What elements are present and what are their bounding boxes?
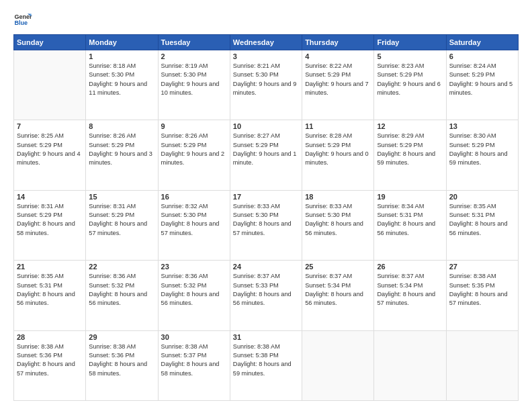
day-number: 10 (233, 122, 299, 130)
day-info: Sunrise: 8:30 AM Sunset: 5:29 PM Dayligh… (449, 132, 515, 167)
calendar-cell: 16 Sunrise: 8:32 AM Sunset: 5:30 PM Dayl… (158, 190, 230, 260)
calendar-week-row: 1 Sunrise: 8:18 AM Sunset: 5:30 PM Dayli… (14, 50, 519, 120)
calendar-cell (302, 330, 374, 400)
day-number: 24 (233, 263, 299, 271)
calendar-cell (374, 330, 446, 400)
calendar-cell (14, 50, 86, 120)
calendar-cell: 23 Sunrise: 8:36 AM Sunset: 5:32 PM Dayl… (158, 261, 230, 330)
calendar-cell: 30 Sunrise: 8:38 AM Sunset: 5:37 PM Dayl… (158, 330, 230, 400)
calendar-cell: 26 Sunrise: 8:37 AM Sunset: 5:34 PM Dayl… (374, 261, 446, 330)
calendar-cell: 8 Sunrise: 8:26 AM Sunset: 5:29 PM Dayli… (86, 120, 158, 190)
day-info: Sunrise: 8:38 AM Sunset: 5:36 PM Dayligh… (17, 342, 83, 378)
calendar-cell: 24 Sunrise: 8:37 AM Sunset: 5:33 PM Dayl… (230, 261, 302, 330)
day-info: Sunrise: 8:38 AM Sunset: 5:37 PM Dayligh… (161, 342, 227, 378)
calendar-cell: 4 Sunrise: 8:22 AM Sunset: 5:29 PM Dayli… (302, 50, 374, 120)
day-info: Sunrise: 8:33 AM Sunset: 5:30 PM Dayligh… (305, 202, 371, 238)
weekday-header: Thursday (302, 35, 374, 50)
day-number: 31 (233, 333, 299, 341)
day-info: Sunrise: 8:26 AM Sunset: 5:29 PM Dayligh… (89, 132, 154, 167)
day-info: Sunrise: 8:25 AM Sunset: 5:29 PM Dayligh… (17, 132, 83, 167)
day-info: Sunrise: 8:24 AM Sunset: 5:29 PM Dayligh… (449, 62, 515, 97)
day-info: Sunrise: 8:22 AM Sunset: 5:29 PM Dayligh… (305, 62, 371, 97)
weekday-header: Tuesday (158, 35, 230, 50)
weekday-header-row: SundayMondayTuesdayWednesdayThursdayFrid… (14, 35, 519, 50)
calendar-cell: 27 Sunrise: 8:38 AM Sunset: 5:35 PM Dayl… (446, 261, 518, 330)
day-info: Sunrise: 8:35 AM Sunset: 5:31 PM Dayligh… (17, 272, 83, 308)
calendar-cell: 29 Sunrise: 8:38 AM Sunset: 5:36 PM Dayl… (86, 330, 158, 400)
day-number: 19 (377, 193, 443, 201)
day-info: Sunrise: 8:34 AM Sunset: 5:31 PM Dayligh… (377, 202, 443, 238)
logo-icon: General Blue (13, 10, 32, 29)
day-info: Sunrise: 8:37 AM Sunset: 5:34 PM Dayligh… (305, 272, 371, 308)
day-number: 25 (305, 263, 371, 271)
day-info: Sunrise: 8:36 AM Sunset: 5:32 PM Dayligh… (89, 272, 154, 308)
calendar-cell: 19 Sunrise: 8:34 AM Sunset: 5:31 PM Dayl… (374, 190, 446, 260)
calendar-cell: 5 Sunrise: 8:23 AM Sunset: 5:29 PM Dayli… (374, 50, 446, 120)
day-info: Sunrise: 8:19 AM Sunset: 5:30 PM Dayligh… (161, 62, 227, 97)
calendar-cell: 9 Sunrise: 8:26 AM Sunset: 5:29 PM Dayli… (158, 120, 230, 190)
calendar-cell: 17 Sunrise: 8:33 AM Sunset: 5:30 PM Dayl… (230, 190, 302, 260)
calendar-cell: 10 Sunrise: 8:27 AM Sunset: 5:29 PM Dayl… (230, 120, 302, 190)
calendar-cell: 18 Sunrise: 8:33 AM Sunset: 5:30 PM Dayl… (302, 190, 374, 260)
day-info: Sunrise: 8:29 AM Sunset: 5:29 PM Dayligh… (377, 132, 443, 167)
day-info: Sunrise: 8:38 AM Sunset: 5:38 PM Dayligh… (233, 342, 299, 378)
calendar-cell (446, 330, 518, 400)
calendar-cell: 20 Sunrise: 8:35 AM Sunset: 5:31 PM Dayl… (446, 190, 518, 260)
calendar-cell: 2 Sunrise: 8:19 AM Sunset: 5:30 PM Dayli… (158, 50, 230, 120)
calendar-cell: 11 Sunrise: 8:28 AM Sunset: 5:29 PM Dayl… (302, 120, 374, 190)
day-number: 30 (161, 333, 227, 341)
day-number: 27 (449, 263, 515, 271)
day-number: 28 (17, 333, 83, 341)
day-info: Sunrise: 8:37 AM Sunset: 5:33 PM Dayligh… (233, 272, 299, 308)
calendar-cell: 13 Sunrise: 8:30 AM Sunset: 5:29 PM Dayl… (446, 120, 518, 190)
calendar-cell: 1 Sunrise: 8:18 AM Sunset: 5:30 PM Dayli… (86, 50, 158, 120)
day-info: Sunrise: 8:21 AM Sunset: 5:30 PM Dayligh… (233, 62, 299, 97)
day-number: 20 (449, 193, 515, 201)
calendar-week-row: 7 Sunrise: 8:25 AM Sunset: 5:29 PM Dayli… (14, 120, 519, 190)
weekday-header: Monday (86, 35, 158, 50)
calendar-week-row: 28 Sunrise: 8:38 AM Sunset: 5:36 PM Dayl… (14, 330, 519, 400)
calendar-cell: 28 Sunrise: 8:38 AM Sunset: 5:36 PM Dayl… (14, 330, 86, 400)
weekday-header: Wednesday (230, 35, 302, 50)
calendar-cell: 12 Sunrise: 8:29 AM Sunset: 5:29 PM Dayl… (374, 120, 446, 190)
day-info: Sunrise: 8:37 AM Sunset: 5:34 PM Dayligh… (377, 272, 443, 308)
calendar-cell: 21 Sunrise: 8:35 AM Sunset: 5:31 PM Dayl… (14, 261, 86, 330)
calendar-cell: 3 Sunrise: 8:21 AM Sunset: 5:30 PM Dayli… (230, 50, 302, 120)
calendar-cell: 14 Sunrise: 8:31 AM Sunset: 5:29 PM Dayl… (14, 190, 86, 260)
calendar-cell: 15 Sunrise: 8:31 AM Sunset: 5:29 PM Dayl… (86, 190, 158, 260)
day-info: Sunrise: 8:31 AM Sunset: 5:29 PM Dayligh… (17, 202, 83, 238)
calendar-cell: 25 Sunrise: 8:37 AM Sunset: 5:34 PM Dayl… (302, 261, 374, 330)
calendar-week-row: 21 Sunrise: 8:35 AM Sunset: 5:31 PM Dayl… (14, 261, 519, 330)
day-info: Sunrise: 8:33 AM Sunset: 5:30 PM Dayligh… (233, 202, 299, 238)
day-number: 2 (161, 52, 227, 60)
day-number: 9 (161, 122, 227, 130)
day-number: 18 (305, 193, 371, 201)
day-number: 14 (17, 193, 83, 201)
calendar-cell: 31 Sunrise: 8:38 AM Sunset: 5:38 PM Dayl… (230, 330, 302, 400)
day-number: 16 (161, 193, 227, 201)
weekday-header: Friday (374, 35, 446, 50)
day-number: 13 (449, 122, 515, 130)
day-info: Sunrise: 8:31 AM Sunset: 5:29 PM Dayligh… (89, 202, 154, 238)
day-info: Sunrise: 8:35 AM Sunset: 5:31 PM Dayligh… (449, 202, 515, 238)
page: General Blue SundayMondayTuesdayWednesda… (0, 0, 532, 411)
weekday-header: Sunday (14, 35, 86, 50)
day-number: 17 (233, 193, 299, 201)
day-number: 6 (449, 52, 515, 60)
day-info: Sunrise: 8:28 AM Sunset: 5:29 PM Dayligh… (305, 132, 371, 167)
day-info: Sunrise: 8:36 AM Sunset: 5:32 PM Dayligh… (161, 272, 227, 308)
calendar-cell: 6 Sunrise: 8:24 AM Sunset: 5:29 PM Dayli… (446, 50, 518, 120)
day-number: 21 (17, 263, 83, 271)
day-number: 26 (377, 263, 443, 271)
day-info: Sunrise: 8:26 AM Sunset: 5:29 PM Dayligh… (161, 132, 227, 167)
logo: General Blue (13, 10, 32, 29)
day-info: Sunrise: 8:18 AM Sunset: 5:30 PM Dayligh… (89, 62, 154, 97)
calendar-cell: 22 Sunrise: 8:36 AM Sunset: 5:32 PM Dayl… (86, 261, 158, 330)
weekday-header: Saturday (446, 35, 518, 50)
header: General Blue (13, 10, 519, 29)
day-number: 22 (89, 263, 154, 271)
calendar-cell: 7 Sunrise: 8:25 AM Sunset: 5:29 PM Dayli… (14, 120, 86, 190)
day-number: 23 (161, 263, 227, 271)
calendar-table: SundayMondayTuesdayWednesdayThursdayFrid… (13, 34, 519, 401)
day-number: 11 (305, 122, 371, 130)
